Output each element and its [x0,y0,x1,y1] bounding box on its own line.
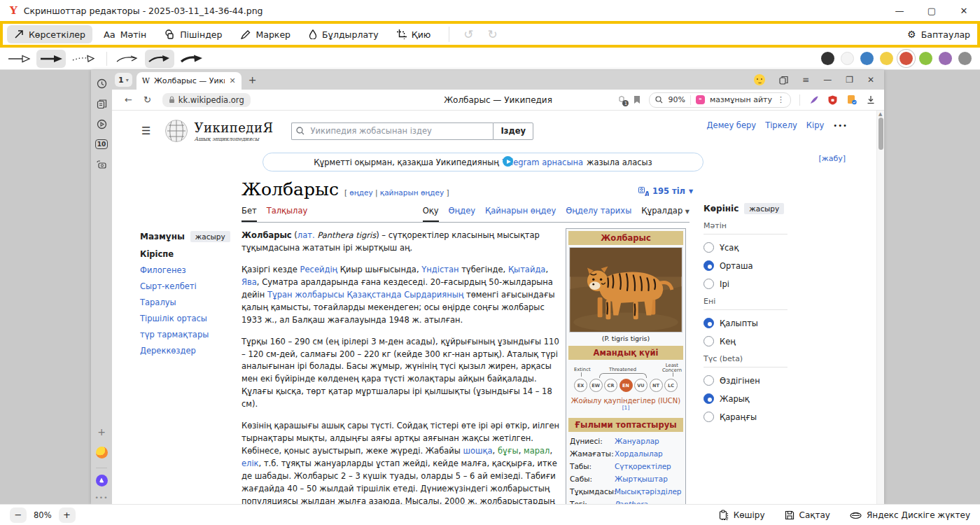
color-swatch-black[interactable] [821,52,834,65]
browser-minimize-icon[interactable]: — [823,75,832,85]
toc-item[interactable]: түр тармақтары [140,330,231,340]
tab-history[interactable]: Өңделу тарихы [566,206,631,222]
wiki-link[interactable]: Қазақстанда [347,290,402,300]
tool-blur[interactable]: Бұлдырлату [302,25,386,43]
color-swatch-red-selected[interactable] [899,52,913,65]
taxon-link[interactable]: Жыртқыштар [615,475,668,483]
arrow-style-dashed[interactable] [69,50,98,68]
search-button[interactable]: Іздеу [493,122,533,140]
sidebar-more-icon[interactable]: ••• [95,494,108,501]
toc-item[interactable]: Тіршілік ортасы [140,314,231,323]
color-swatch-gray[interactable] [958,52,972,65]
taxon-link[interactable]: Мысықтәрізділер [615,487,682,496]
wiki-link[interactable]: Telegram арнасына [503,158,583,167]
reload-icon[interactable]: ↻ [144,94,151,105]
upload-to-disk-button[interactable]: Яндекс Дискіге жүктеу [850,510,970,520]
edit-link[interactable]: өңдеу [349,188,372,197]
history-icon[interactable] [95,77,108,90]
profile-avatar[interactable] [754,74,765,85]
save-button[interactable]: Сақтау [785,510,830,520]
wiki-link[interactable]: марал [524,446,550,456]
document-extension-icon[interactable] [846,94,857,105]
menu-icon[interactable]: ≡ [802,75,809,85]
color-swatch-green[interactable] [919,52,932,65]
page-scrollbar[interactable]: ▲ [876,111,884,504]
browser-tab-active[interactable]: W Жолбарыс — Уикипед ✕ [136,72,241,90]
browser-zoom-level[interactable]: 90% [668,95,685,104]
radio-option[interactable]: Өздігінен [704,375,802,386]
wiki-link[interactable]: Сырдарияның [404,290,463,300]
wiki-link[interactable]: шошқа [463,446,493,456]
tab-tools[interactable]: Құралдар ▼ [641,206,690,222]
radio-icon[interactable] [704,393,714,404]
alice-assistant-icon[interactable] [95,474,108,486]
radio-icon[interactable] [704,318,714,328]
bookmark-icon[interactable] [634,95,640,104]
radio-icon[interactable] [704,375,714,386]
scrollbar-thumb[interactable] [878,118,883,150]
arrow-style-straight-bold[interactable] [36,50,66,68]
toc-item[interactable]: Сырт-келбеті [140,281,231,291]
close-button[interactable]: ✕ [948,0,980,21]
tool-marker[interactable]: Маркер [233,25,298,43]
radio-icon[interactable] [704,242,714,253]
radio-option[interactable]: Ірі [704,279,802,289]
more-options-icon[interactable]: ••• [833,122,848,130]
taxon-link[interactable]: Хордалылар [615,449,663,458]
arrow-style-sketch-thin[interactable] [113,50,142,68]
color-swatch-purple[interactable] [939,52,952,65]
browser-restore-icon[interactable]: ❐ [846,75,853,85]
wiki-wordmark[interactable]: УикипедиЯ Ашық энциклопедиясы [194,120,273,142]
tool-crop[interactable]: Қию [390,25,438,43]
download-icon[interactable] [865,94,876,105]
radio-option[interactable]: Орташа [704,260,802,271]
edit-source-link[interactable]: қайнарын өңдеу [380,188,444,197]
toc-item[interactable]: Филогенез [140,265,231,275]
tab-page[interactable]: Бет [241,206,257,222]
radio-option[interactable]: Жарық [704,393,802,404]
panels-icon[interactable] [779,76,788,85]
tab-close-icon[interactable]: ✕ [229,76,235,85]
toc-item[interactable]: Дереккөздер [140,346,231,356]
wiki-link[interactable]: Үндістан [421,265,458,274]
wiki-link[interactable]: Ресейдің [300,265,338,274]
redo-button[interactable]: ↻ [488,27,498,41]
toc-hide-button[interactable]: жасыру [190,231,230,242]
maximize-button[interactable]: ▢ [916,0,948,21]
settings-button[interactable]: ⚙ Баптаулар [907,29,970,40]
language-selector[interactable]: A 195 тіл ▼ [638,186,693,196]
wiki-link[interactable]: лат. [298,230,315,240]
tab-talk[interactable]: Талқылау [267,206,308,222]
zoom-out-button[interactable]: − [10,507,27,523]
protect-shield-icon[interactable] [827,94,838,105]
radio-icon[interactable] [704,279,714,289]
zoom-in-button[interactable]: + [59,507,76,523]
donate-link[interactable]: Демеу беру [707,120,757,130]
tabs-counter-badge[interactable]: 10 [95,138,108,150]
color-swatch-blue[interactable] [860,52,874,65]
yandex-mail-icon[interactable] [95,446,108,458]
wiki-link[interactable]: Қытайда [508,265,545,274]
taxon-link[interactable]: Жануарлар [615,437,659,445]
radio-option[interactable]: Қалыпты [704,318,802,328]
undo-button[interactable]: ↺ [463,27,473,41]
tab-edit[interactable]: Өңдеу [449,206,475,222]
collections-icon[interactable] [95,97,108,110]
arrow-style-sketch-medium[interactable] [145,50,174,68]
url-field[interactable]: kk.wikipedia.org [162,93,251,107]
kebab-menu-icon[interactable]: ⋮ [777,95,785,104]
add-panel-icon[interactable]: + [95,426,108,438]
wiki-link[interactable]: елік [241,458,259,468]
tab-read[interactable]: Оқу [423,206,439,222]
tiger-photo[interactable] [569,247,682,332]
radio-icon[interactable] [704,260,714,271]
register-link[interactable]: Тіркелу [765,120,797,130]
radio-icon[interactable] [704,336,714,346]
tool-shapes[interactable]: Пішіндер [158,25,229,43]
radio-option[interactable]: Қараңғы [704,412,802,422]
zoom-magnifier-icon[interactable] [655,96,663,104]
radio-option[interactable]: Ұсақ [704,242,802,253]
arrow-style-straight-thin[interactable] [4,50,34,68]
screenshot-image[interactable]: 10 + ••• 1 ▾ [91,70,884,504]
screenshot-tool-icon[interactable] [95,158,108,171]
